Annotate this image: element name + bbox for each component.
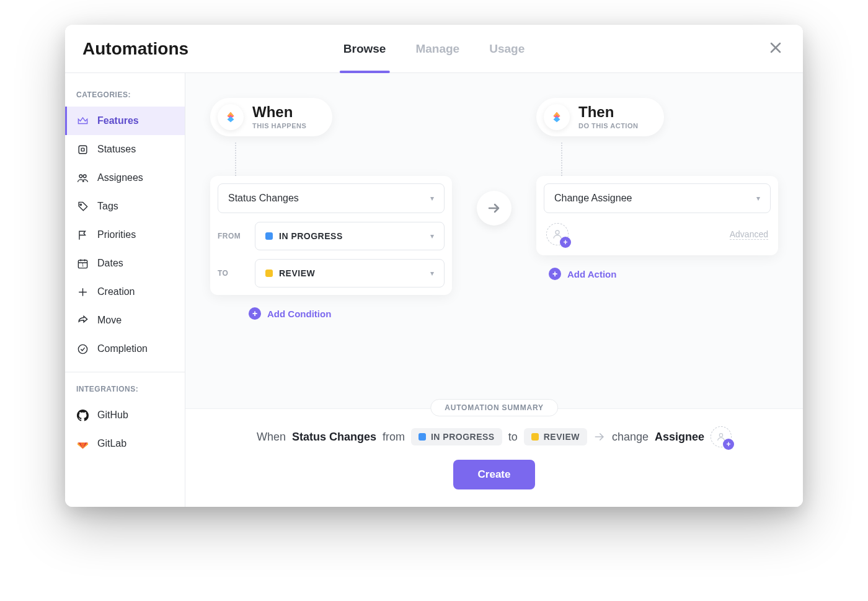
status-dot (265, 232, 273, 240)
plus-icon (76, 286, 89, 298)
sidebar-item-github[interactable]: GitHub (65, 401, 185, 429)
create-button[interactable]: Create (453, 460, 536, 489)
sidebar-item-label: Creation (97, 286, 135, 297)
add-condition-button[interactable]: + Add Condition (249, 307, 331, 320)
flag-icon (76, 229, 89, 241)
sidebar-item-dates[interactable]: 1 Dates (65, 249, 185, 278)
add-action-button[interactable]: + Add Action (549, 268, 616, 280)
sidebar-item-features[interactable]: Features (65, 107, 185, 135)
sidebar-item-gitlab[interactable]: GitLab (65, 429, 185, 458)
status-dot (531, 433, 539, 441)
sidebar-item-priorities[interactable]: Priorities (65, 221, 185, 249)
to-status-chip: REVIEW (265, 268, 315, 278)
plus-circle-icon: + (249, 307, 261, 320)
to-row: TO REVIEW ▾ (218, 259, 445, 287)
when-subtitle: THIS HAPPENS (252, 122, 306, 129)
svg-point-3 (83, 174, 86, 177)
when-title: When (252, 105, 306, 120)
when-card: Status Changes ▾ FROM IN PROGRESS ▾ (210, 176, 452, 295)
summary-to-chip: REVIEW (524, 428, 587, 445)
tab-browse[interactable]: Browse (343, 25, 386, 72)
sidebar-item-label: Dates (97, 258, 123, 269)
svg-point-8 (556, 230, 559, 234)
summary-assignee-placeholder[interactable]: + (711, 426, 732, 447)
plus-circle-icon: + (549, 268, 561, 280)
connector-line (561, 143, 562, 176)
status-dot (418, 433, 426, 441)
when-column: When THIS HAPPENS Status Changes ▾ FROM (210, 98, 452, 320)
summary-heading: AUTOMATION SUMMARY (430, 399, 558, 416)
add-condition-label: Add Condition (267, 309, 331, 319)
from-status-name: IN PROGRESS (279, 231, 343, 241)
calendar-icon: 1 (76, 257, 89, 270)
summary-sentence: When Status Changes from IN PROGRESS to … (204, 426, 784, 447)
close-button[interactable] (766, 38, 786, 60)
status-dot (265, 270, 273, 277)
summary-target: Assignee (655, 431, 704, 444)
sidebar-item-label: Assignees (97, 172, 143, 183)
summary-from-name: IN PROGRESS (431, 432, 495, 442)
chevron-down-icon: ▾ (756, 194, 760, 203)
from-label: FROM (218, 232, 247, 240)
sidebar-item-completion[interactable]: Completion (65, 335, 185, 363)
summary-from-chip: IN PROGRESS (411, 428, 502, 445)
arrow-right-icon (487, 201, 502, 216)
brand-logo-icon (544, 104, 570, 130)
sidebar-item-label: Priorities (97, 229, 136, 240)
summary-to-word: to (508, 431, 518, 444)
share-icon (76, 314, 89, 327)
add-assignee-button[interactable]: + (546, 223, 569, 245)
header-tabs: Browse Manage Usage (343, 25, 525, 72)
builder-canvas: When THIS HAPPENS Status Changes ▾ FROM (185, 73, 803, 507)
people-icon (76, 172, 89, 184)
action-select[interactable]: Change Assignee ▾ (544, 183, 771, 213)
page-title: Automations (65, 39, 188, 59)
from-status-select[interactable]: IN PROGRESS ▾ (255, 222, 445, 250)
plus-badge-icon: + (560, 237, 571, 248)
builder-area: When THIS HAPPENS Status Changes ▾ FROM (185, 73, 803, 408)
modal-header: Automations Browse Manage Usage (65, 25, 803, 73)
summary-from-word: from (383, 431, 405, 444)
sidebar-item-statuses[interactable]: Statuses (65, 135, 185, 164)
summary-footer: AUTOMATION SUMMARY When Status Changes f… (185, 408, 803, 507)
plus-badge-icon: + (723, 439, 734, 450)
github-icon (76, 409, 89, 421)
sidebar-item-label: Features (97, 115, 139, 126)
automations-modal: Automations Browse Manage Usage CATEGORI… (65, 25, 803, 507)
sidebar-item-label: GitHub (97, 410, 128, 421)
to-label: TO (218, 269, 247, 278)
sidebar-item-assignees[interactable]: Assignees (65, 164, 185, 192)
tab-manage[interactable]: Manage (415, 25, 459, 72)
chevron-down-icon: ▾ (430, 269, 434, 278)
sidebar-item-label: Move (97, 315, 122, 326)
sidebar-item-label: Completion (97, 343, 148, 354)
advanced-link[interactable]: Advanced (730, 229, 768, 240)
then-title: Then (578, 105, 638, 120)
summary-trigger augger: Status Changes (292, 431, 376, 444)
sidebar-item-label: Tags (97, 201, 118, 212)
sidebar-item-move[interactable]: Move (65, 306, 185, 335)
svg-rect-1 (81, 148, 84, 151)
action-value: Change Assignee (554, 193, 632, 204)
from-row: FROM IN PROGRESS ▾ (218, 222, 445, 250)
tab-usage[interactable]: Usage (489, 25, 525, 72)
sidebar-item-creation[interactable]: Creation (65, 278, 185, 306)
check-circle-icon (76, 343, 89, 355)
brand-logo-icon (218, 104, 244, 130)
svg-point-4 (80, 204, 81, 205)
crown-icon (76, 115, 89, 127)
sidebar-item-label: GitLab (97, 438, 126, 449)
add-action-label: Add Action (567, 269, 616, 279)
when-header: When THIS HAPPENS (210, 98, 332, 136)
trigger-select[interactable]: Status Changes ▾ (218, 183, 445, 213)
chevron-down-icon: ▾ (430, 194, 434, 203)
summary-change-word: change (612, 431, 649, 444)
integrations-heading: INTEGRATIONS: (65, 379, 185, 401)
to-status-select[interactable]: REVIEW ▾ (255, 259, 445, 287)
chevron-down-icon: ▾ (430, 232, 434, 240)
sidebar-item-tags[interactable]: Tags (65, 192, 185, 221)
then-subtitle: DO THIS ACTION (578, 122, 638, 129)
summary-to-name: REVIEW (544, 432, 580, 442)
sidebar: CATEGORIES: Features Statuses Assignees … (65, 73, 185, 507)
svg-point-2 (79, 174, 82, 177)
